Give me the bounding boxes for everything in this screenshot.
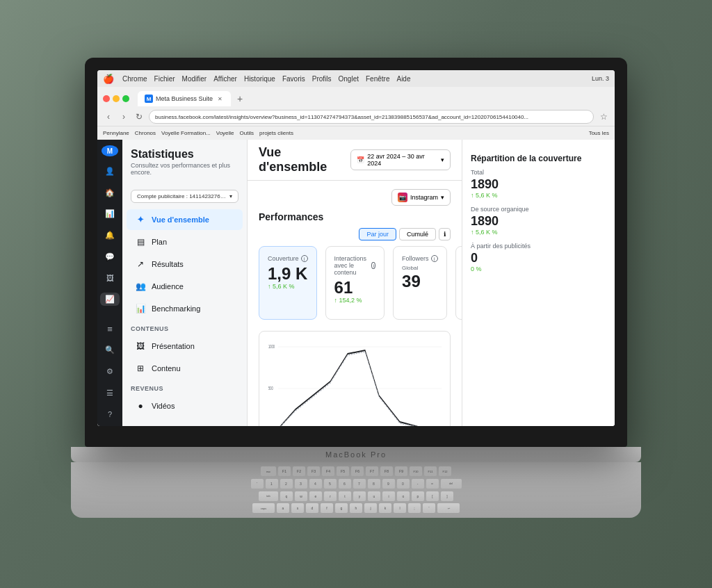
- menu-icon[interactable]: ≡: [100, 322, 120, 336]
- forward-btn[interactable]: ›: [118, 111, 129, 122]
- key-6: 6: [339, 479, 351, 489]
- bookmark-btn[interactable]: ☆: [598, 111, 609, 122]
- apple-menu[interactable]: 🍎: [103, 74, 114, 84]
- platform-arrow: ▾: [441, 194, 444, 201]
- menu-historique[interactable]: Historique: [244, 75, 275, 83]
- key-9: 9: [382, 479, 395, 489]
- meta-logo-icon[interactable]: M: [102, 145, 118, 156]
- nav-item-plan[interactable]: ▤ Plan: [127, 231, 243, 252]
- analytics-icon[interactable]: 📊: [100, 207, 120, 220]
- search-icon[interactable]: 🔍: [100, 343, 120, 357]
- interactions-info-icon[interactable]: i: [371, 262, 375, 269]
- nav-item-benchmarking[interactable]: 📊 Benchmarking: [127, 298, 243, 319]
- platform-row: 📷 Instagram ▾: [259, 189, 451, 206]
- nav-item-audience[interactable]: 👥 Audience: [127, 276, 243, 297]
- nav-item-resultats[interactable]: ↗ Résultats: [127, 254, 243, 275]
- bookmark-tous[interactable]: Tous les: [589, 130, 609, 136]
- key-e: e: [309, 491, 322, 501]
- nav-item-contenu[interactable]: ⊞ Contenu: [127, 358, 243, 379]
- key-5: 5: [324, 479, 337, 489]
- chart-icon[interactable]: 📈: [100, 293, 120, 306]
- account-selector-text: Compte publicitaire : 1411423276171497 (…: [137, 193, 227, 199]
- bookmark-outils[interactable]: Outils: [240, 130, 254, 136]
- bookmark-chronos[interactable]: Chronos: [135, 130, 156, 136]
- browser-chrome: M Meta Business Suite ✕ + ‹ › ↻ business…: [97, 87, 615, 140]
- menu-onglet[interactable]: Onglet: [339, 75, 359, 83]
- back-btn[interactable]: ‹: [103, 111, 114, 122]
- messages-icon[interactable]: 💬: [100, 250, 120, 263]
- key-l: l: [394, 503, 406, 513]
- menu-afficher[interactable]: Afficher: [213, 75, 237, 83]
- new-tab-btn[interactable]: +: [234, 92, 246, 105]
- minimize-button[interactable]: [113, 95, 120, 102]
- svg-text:500: 500: [268, 385, 273, 391]
- key-8: 8: [368, 479, 380, 489]
- menu-fichier[interactable]: Fichier: [154, 75, 175, 83]
- url-bar[interactable]: business.facebook.com/latest/insights/ov…: [149, 110, 594, 124]
- key-7: 7: [353, 479, 366, 489]
- nav-item-label-6: Contenu: [152, 364, 181, 373]
- key-4: 4: [309, 479, 322, 489]
- key-f2: F2: [293, 466, 305, 476]
- key-u: u: [368, 491, 380, 501]
- key-backspace: del: [441, 479, 462, 489]
- media-icon[interactable]: 🖼: [100, 271, 120, 284]
- key-f9: F9: [395, 466, 407, 476]
- bell-icon[interactable]: 🔔: [100, 229, 120, 242]
- app-container: M 👤 🏠 📊 🔔 💬 🖼 📈 ≡ 🔍 ⚙ ☰ ?: [97, 140, 615, 426]
- bookmark-projets[interactable]: projets clients: [259, 130, 293, 136]
- account-selector[interactable]: Compte publicitaire : 1411423276171497 (…: [131, 190, 238, 203]
- couverture-info-icon[interactable]: i: [301, 255, 308, 262]
- nav-item-videos[interactable]: ● Vidéos: [127, 395, 243, 416]
- nav-item-presentation[interactable]: 🖼 Présentation: [127, 336, 243, 357]
- performances-title: Performances: [259, 211, 451, 222]
- profile-icon[interactable]: 👤: [100, 165, 120, 178]
- bookmark-voyelle-formation[interactable]: Voyelle Formation...: [161, 130, 211, 136]
- nav-item-label-7: Vidéos: [152, 402, 175, 410]
- home-icon[interactable]: 🏠: [100, 186, 120, 199]
- cumule-btn[interactable]: Cumulé: [399, 228, 436, 240]
- list-icon[interactable]: ☰: [100, 386, 120, 400]
- menu-chrome[interactable]: Chrome: [122, 75, 147, 83]
- laptop-base: MacBook Pro: [71, 447, 641, 462]
- macos-time: Lun. 3: [592, 75, 609, 82]
- coverage-publicites: À partir des publicités 0 0 %: [471, 243, 606, 272]
- metric-change-1: ↑ 154,2 %: [334, 297, 376, 304]
- fullscreen-button[interactable]: [122, 95, 129, 102]
- key-f5: F5: [337, 466, 349, 476]
- metric-label-0: Couverture i: [268, 255, 308, 262]
- active-tab[interactable]: M Meta Business Suite ✕: [138, 91, 231, 106]
- vue-ensemble-icon: ✦: [135, 214, 146, 225]
- reload-btn[interactable]: ↻: [134, 111, 145, 122]
- metric-label-2: Followers i: [402, 255, 438, 262]
- menu-aide[interactable]: Aide: [396, 75, 410, 83]
- menu-modifier[interactable]: Modifier: [182, 75, 207, 83]
- key-f10: F10: [410, 466, 422, 476]
- screen-inner: 🍎 Chrome Fichier Modifier Afficher Histo…: [97, 70, 615, 426]
- menu-profils[interactable]: Profils: [312, 75, 332, 83]
- settings-icon[interactable]: ⚙: [100, 365, 120, 378]
- menu-favoris[interactable]: Favoris: [282, 75, 305, 83]
- info-btn[interactable]: ℹ: [439, 228, 451, 240]
- key-enter: ↩: [437, 503, 460, 513]
- date-range-btn[interactable]: 📅 22 avr 2024 – 30 avr 2024 ▾: [350, 149, 451, 170]
- keyboard: esc F1 F2 F3 F4 F5 F6 F7 F8 F9 F10 F11 F…: [71, 462, 641, 518]
- menu-fenetre[interactable]: Fenêtre: [366, 75, 389, 83]
- nav-item-vue-ensemble[interactable]: ✦ Vue d'ensemble: [127, 209, 243, 230]
- key-2: 2: [280, 479, 293, 489]
- help-icon[interactable]: ?: [100, 407, 120, 420]
- key-tab: tab: [259, 491, 278, 501]
- platform-selector[interactable]: 📷 Instagram ▾: [391, 189, 451, 206]
- tab-close-btn[interactable]: ✕: [216, 95, 224, 103]
- bookmark-pennylane[interactable]: Pennylane: [103, 130, 129, 136]
- key-r: r: [324, 491, 337, 501]
- key-s: s: [291, 503, 304, 513]
- close-button[interactable]: [103, 95, 110, 102]
- nav-item-label-5: Présentation: [152, 342, 195, 350]
- bookmark-voyelle[interactable]: Voyelle: [216, 130, 234, 136]
- audience-icon: 👥: [135, 281, 146, 292]
- laptop: 🍎 Chrome Fichier Modifier Afficher Histo…: [57, 58, 655, 530]
- par-jour-btn[interactable]: Par jour: [359, 228, 396, 240]
- metric-clics: Clics sur un lien i 0 0 %: [455, 246, 462, 320]
- followers-info-icon[interactable]: i: [431, 255, 438, 262]
